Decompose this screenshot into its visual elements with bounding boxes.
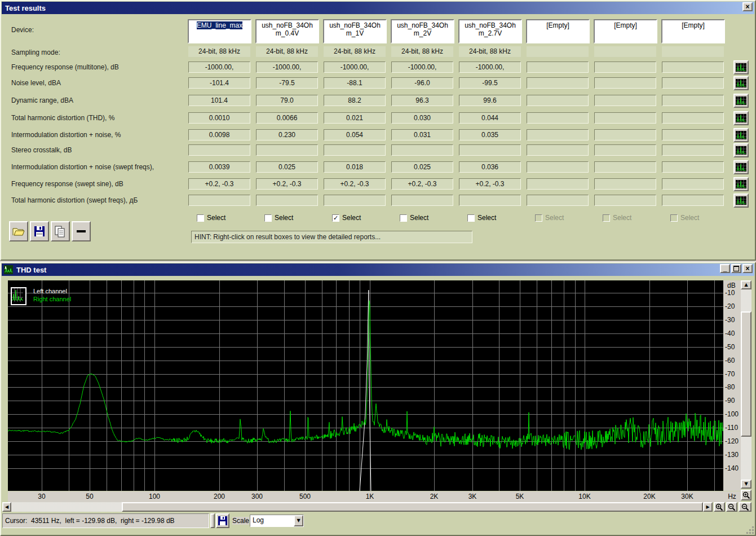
scroll-down-icon[interactable]: ▼ <box>741 480 751 489</box>
result-cell[interactable] <box>527 178 589 190</box>
result-cell[interactable]: -79.5 <box>256 77 318 89</box>
result-cell[interactable] <box>662 129 724 140</box>
scroll-up-icon[interactable]: ▲ <box>741 280 751 289</box>
result-cell[interactable] <box>527 61 589 73</box>
result-cell[interactable]: -96.0 <box>391 77 453 89</box>
select-checkbox-item[interactable]: Select <box>467 214 496 222</box>
result-cell[interactable] <box>391 144 453 156</box>
result-cell[interactable] <box>662 61 724 73</box>
result-cell[interactable]: 0.0039 <box>188 161 250 173</box>
device-name-box[interactable]: [Empty] <box>526 19 590 43</box>
result-cell[interactable] <box>662 161 724 173</box>
result-cell[interactable]: 0.021 <box>324 112 386 124</box>
report-graph-button[interactable] <box>733 143 749 157</box>
device-name-box[interactable]: ush_noFB_34Ohm_2V <box>391 19 454 43</box>
save-graph-button[interactable] <box>216 513 229 528</box>
minimize-icon[interactable]: _ <box>720 264 730 273</box>
test-results-titlebar[interactable]: Test results <box>2 2 754 14</box>
result-cell[interactable]: 0.054 <box>324 129 386 140</box>
result-cell[interactable] <box>324 195 386 206</box>
zoom-in-horizontal-button[interactable] <box>714 502 725 512</box>
scroll-left-icon[interactable]: ◀ <box>2 502 11 512</box>
vertical-scrollbar[interactable]: ▲ ▼ <box>741 280 751 489</box>
result-cell[interactable]: -1000.00, <box>391 61 453 73</box>
result-cell[interactable]: -1000.00, <box>188 61 250 73</box>
horizontal-scrollbar[interactable]: ◀ <box>2 502 703 512</box>
zoom-in-vertical-button[interactable] <box>741 490 751 500</box>
result-cell[interactable] <box>594 161 656 173</box>
result-cell[interactable]: 0.044 <box>459 112 521 124</box>
report-graph-button[interactable] <box>733 60 749 74</box>
device-name-box[interactable]: ush_noFB_34Ohm_0.4V <box>255 19 319 43</box>
result-cell[interactable] <box>459 144 521 156</box>
save-button[interactable] <box>30 221 49 241</box>
select-checkbox[interactable]: ✓ <box>332 214 339 222</box>
result-cell[interactable] <box>594 129 656 140</box>
result-cell[interactable]: 0.018 <box>324 161 386 173</box>
v-scroll-thumb[interactable] <box>741 311 751 437</box>
select-checkbox-item[interactable]: Select <box>264 214 293 222</box>
copy-report-button[interactable] <box>51 221 70 241</box>
result-cell[interactable]: 0.0066 <box>256 112 318 124</box>
result-cell[interactable] <box>594 195 656 206</box>
report-graph-button[interactable] <box>733 128 749 142</box>
report-graph-button[interactable] <box>733 76 749 90</box>
result-cell[interactable] <box>188 195 250 206</box>
resize-grip[interactable] <box>745 526 754 534</box>
device-name-box[interactable]: EMU_line_max <box>188 19 251 43</box>
select-checkbox-item[interactable]: Select <box>400 214 428 222</box>
result-cell[interactable]: 99.6 <box>459 95 521 106</box>
result-cell[interactable] <box>527 77 589 89</box>
result-cell[interactable]: 0.031 <box>391 129 453 140</box>
report-graph-button[interactable] <box>733 160 749 174</box>
result-cell[interactable] <box>527 195 589 206</box>
result-cell[interactable]: +0.2, -0.3 <box>391 178 453 190</box>
spectrum-plot[interactable] <box>8 280 723 491</box>
device-name-box[interactable]: [Empty] <box>594 19 657 43</box>
result-cell[interactable]: +0.2, -0.3 <box>188 178 250 190</box>
result-cell[interactable] <box>527 95 589 106</box>
result-cell[interactable] <box>527 161 589 173</box>
result-cell[interactable]: +0.2, -0.3 <box>459 178 521 190</box>
chevron-down-icon[interactable]: ▼ <box>294 515 303 526</box>
result-cell[interactable]: -99.5 <box>459 77 521 89</box>
result-cell[interactable]: 101.4 <box>188 95 250 106</box>
result-cell[interactable] <box>527 144 589 156</box>
result-cell[interactable] <box>594 178 656 190</box>
select-checkbox[interactable] <box>264 214 272 222</box>
select-checkbox[interactable] <box>197 214 204 222</box>
report-graph-button[interactable] <box>733 177 749 191</box>
result-cell[interactable]: 88.2 <box>324 95 386 106</box>
result-cell[interactable]: -88.1 <box>324 77 386 89</box>
result-cell[interactable] <box>256 144 318 156</box>
result-cell[interactable] <box>594 77 656 89</box>
report-graph-button[interactable] <box>733 111 749 125</box>
result-cell[interactable]: 0.035 <box>459 129 521 140</box>
result-cell[interactable] <box>662 112 724 124</box>
select-checkbox-item[interactable]: ✓Select <box>332 214 361 222</box>
zoom-out-horizontal-button[interactable] <box>726 502 737 512</box>
device-name-box[interactable]: [Empty] <box>661 19 725 43</box>
result-cell[interactable]: +0.2, -0.3 <box>256 178 318 190</box>
close-icon[interactable]: × <box>742 2 753 11</box>
open-button[interactable] <box>9 221 28 241</box>
result-cell[interactable] <box>527 112 589 124</box>
result-cell[interactable]: 79.0 <box>256 95 318 106</box>
result-cell[interactable] <box>662 178 724 190</box>
remove-button[interactable] <box>72 221 91 241</box>
scroll-right-icon[interactable]: ▶ <box>703 502 713 512</box>
device-name-box[interactable]: ush_noFB_34Ohm_2.7V <box>458 19 522 43</box>
maximize-icon[interactable] <box>731 264 741 273</box>
result-cell[interactable] <box>256 195 318 206</box>
result-cell[interactable] <box>594 95 656 106</box>
zoom-out-all-button[interactable] <box>739 502 751 512</box>
result-cell[interactable] <box>391 195 453 206</box>
result-cell[interactable] <box>662 144 724 156</box>
device-name-box[interactable]: ush_noFB_34Ohm_1V <box>323 19 387 43</box>
result-cell[interactable] <box>594 61 656 73</box>
close-icon[interactable]: × <box>742 264 753 273</box>
result-cell[interactable]: 0.230 <box>256 129 318 140</box>
thd-titlebar[interactable]: THD test <box>2 263 754 276</box>
result-cell[interactable] <box>662 195 724 206</box>
result-cell[interactable] <box>527 129 589 140</box>
